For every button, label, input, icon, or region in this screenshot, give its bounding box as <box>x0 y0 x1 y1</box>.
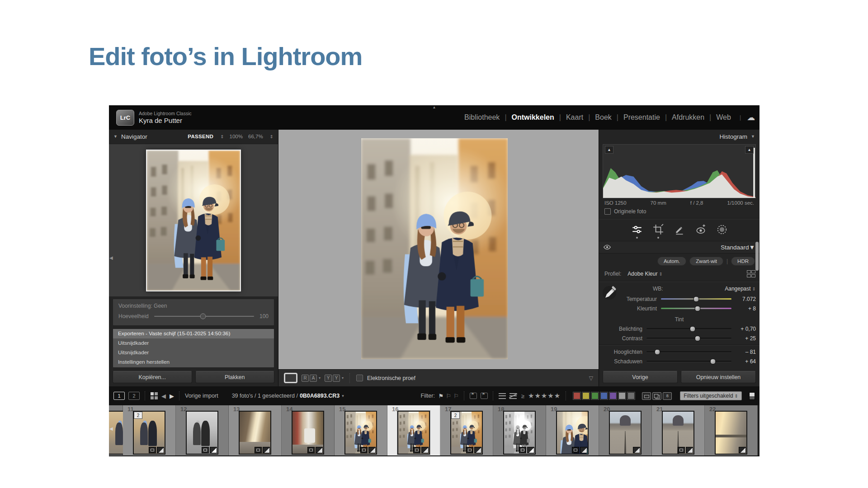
photo-thumbnail[interactable]: 2 <box>450 411 483 455</box>
loupe-view-icon[interactable] <box>284 373 297 383</box>
photo-thumbnail[interactable] <box>503 411 536 455</box>
module-tab-kaart[interactable]: Kaart <box>566 113 583 122</box>
crop-badge-icon[interactable] <box>413 447 420 453</box>
filmstrip-cell-22[interactable]: 22 <box>705 405 758 455</box>
main-photo[interactable] <box>361 138 508 359</box>
adjustment-badge-icon[interactable] <box>421 447 429 453</box>
photo-thumbnail[interactable] <box>186 411 218 455</box>
flag-rejected-icon[interactable]: ⚐ <box>453 393 459 399</box>
slider-track[interactable] <box>646 328 731 329</box>
slider-handle[interactable] <box>655 349 660 355</box>
selection-status[interactable]: 39 foto's / 1 geselecteerd / 0B0A6893.CR… <box>232 393 344 399</box>
grid-view-icon[interactable] <box>151 392 158 399</box>
module-tab-afdrukken[interactable]: Afdrukken <box>672 113 704 122</box>
crop-badge-icon[interactable] <box>678 447 685 453</box>
slider-track[interactable] <box>661 298 731 300</box>
collapse-top-panel-arrow[interactable]: ▲ <box>433 105 436 109</box>
slider-handle[interactable] <box>694 335 700 341</box>
slider-track[interactable] <box>661 308 731 309</box>
before-after-view-icon[interactable]: YY▾ <box>325 375 344 382</box>
masking-tool-icon[interactable] <box>716 224 728 235</box>
history-item[interactable]: Uitsnijdkader <box>113 348 274 357</box>
navigator-preview[interactable] <box>109 144 278 296</box>
panel-eye-icon[interactable] <box>604 244 611 250</box>
slider-handle[interactable] <box>710 358 716 364</box>
history-item[interactable]: Exporteren - Vaste schijf (15-01-2025 14… <box>113 329 274 338</box>
filmstrip-cell-12[interactable]: 12 <box>176 405 229 455</box>
stack-toggle-icon[interactable] <box>652 392 661 400</box>
slider-handle[interactable] <box>695 305 701 311</box>
filmstrip-cell-18[interactable]: 18 <box>493 405 546 455</box>
filmstrip-cell-19[interactable]: 19 <box>546 405 599 455</box>
shadow-clipping-indicator[interactable]: ▲ <box>605 146 613 154</box>
zoom-fit-option[interactable]: PASSEND <box>188 134 213 139</box>
color-label-swatch-5[interactable] <box>618 392 626 399</box>
adjustment-badge-icon[interactable] <box>580 447 587 453</box>
crop-badge-icon[interactable] <box>149 447 156 453</box>
filmstrip-cell-11[interactable]: 112 <box>123 405 176 455</box>
crop-badge-icon[interactable] <box>202 447 209 453</box>
next-photo-arrow[interactable]: ▶ <box>170 393 174 399</box>
screen-2-button[interactable]: 2 <box>128 392 140 400</box>
adjustment-badge-icon[interactable] <box>633 447 640 453</box>
flag-picked-icon[interactable]: ⚑ <box>439 393 444 399</box>
amount-slider[interactable] <box>154 316 254 317</box>
filmstrip-cell-17[interactable]: 172 <box>440 405 493 455</box>
copy-button[interactable]: Kopiëren... <box>113 371 192 383</box>
color-label-swatch-1[interactable] <box>582 392 590 399</box>
screen-1-button[interactable]: 1 <box>113 392 125 400</box>
healing-tool-icon[interactable] <box>674 224 685 235</box>
adjustment-badge-icon[interactable] <box>157 447 164 453</box>
adjustment-badge-icon[interactable] <box>316 447 323 453</box>
star-rating-filter[interactable]: ★★★★★ <box>528 392 561 400</box>
adjustment-badge-icon[interactable] <box>527 447 534 453</box>
photo-canvas[interactable] <box>278 130 599 370</box>
color-label-swatch-4[interactable] <box>609 392 617 399</box>
color-label-swatch-3[interactable] <box>600 392 608 399</box>
crop-badge-icon[interactable] <box>255 447 262 453</box>
photo-thumbnail[interactable] <box>397 411 430 455</box>
redeye-tool-icon[interactable] <box>695 224 707 235</box>
previous-photo-arrow[interactable]: ◀ <box>161 393 166 399</box>
adjustment-badge-icon[interactable] <box>263 447 270 453</box>
wb-value[interactable]: Aangepast <box>725 286 750 292</box>
photo-thumbnail[interactable] <box>715 411 747 455</box>
crop-badge-icon[interactable] <box>360 447 368 453</box>
photo-thumbnail[interactable] <box>556 411 589 455</box>
cloud-sync-icon[interactable]: ☁ <box>746 113 760 122</box>
photo-thumbnail[interactable] <box>344 411 377 455</box>
reject-filter-icon[interactable] <box>481 393 488 399</box>
filmstrip-cell-15[interactable]: 15 <box>335 405 387 455</box>
crop-badge-icon[interactable] <box>466 447 473 453</box>
module-tab-presentatie[interactable]: Presentatie <box>623 113 660 122</box>
color-label-swatch-6[interactable] <box>627 392 635 399</box>
color-label-swatch-0[interactable] <box>573 392 580 399</box>
crop-badge-icon[interactable] <box>572 447 579 453</box>
soft-proof-checkbox[interactable] <box>356 375 363 381</box>
histogram-header[interactable]: Histogram ▼ <box>599 130 760 143</box>
collapse-left-panel-arrow[interactable]: ◀ <box>109 255 113 260</box>
filter-preset-dropdown[interactable]: Filters uitgeschakeld ⇕ <box>680 391 742 400</box>
identity-user-name[interactable]: Kyra de Putter <box>139 117 192 124</box>
rating-operator[interactable]: ≥ <box>521 393 524 399</box>
photo-thumbnail[interactable]: 2 <box>133 411 165 455</box>
zoom-100-option[interactable]: 100% <box>230 134 243 139</box>
slider-track[interactable] <box>646 351 731 352</box>
color-label-swatch-2[interactable] <box>591 392 599 399</box>
module-tab-web[interactable]: Web <box>716 113 731 122</box>
edited-filter-icon[interactable] <box>499 393 506 399</box>
photo-thumbnail[interactable] <box>239 411 271 455</box>
adjustment-badge-icon[interactable] <box>739 447 746 453</box>
profile-browser-icon[interactable] <box>747 270 755 277</box>
crop-tool-icon[interactable] <box>652 224 664 235</box>
slider-handle[interactable] <box>693 296 699 302</box>
photo-thumbnail[interactable] <box>609 411 642 455</box>
amount-slider-handle[interactable] <box>200 314 206 319</box>
history-item[interactable]: Uitsnijdkader <box>113 338 274 348</box>
module-tab-ontwikkelen[interactable]: Ontwikkelen <box>512 113 554 122</box>
reference-view-icon[interactable]: RA▾ <box>302 375 321 382</box>
pick-filter-icon[interactable] <box>470 393 477 399</box>
toolbar-options-caret[interactable]: ▽ <box>589 375 593 381</box>
history-item[interactable]: Instellingen herstellen <box>113 357 274 367</box>
hdr-button[interactable]: HDR <box>731 257 755 266</box>
